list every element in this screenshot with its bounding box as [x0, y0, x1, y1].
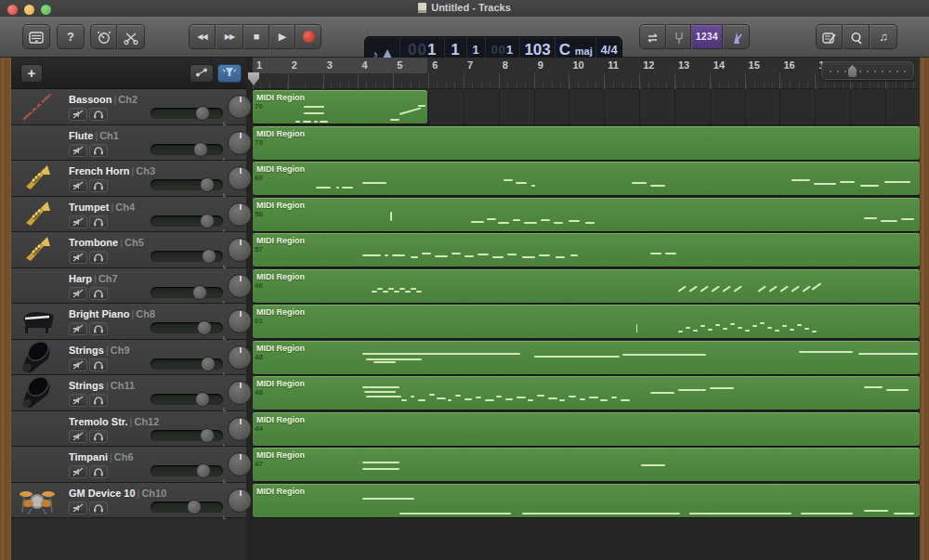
- volume-slider[interactable]: [150, 394, 223, 405]
- mute-button[interactable]: [69, 144, 87, 157]
- count-in-button[interactable]: 1234: [692, 24, 723, 49]
- pan-knob[interactable]: LR: [228, 95, 252, 119]
- solo-button[interactable]: [89, 358, 108, 371]
- solo-button[interactable]: [89, 287, 108, 300]
- track-header-row[interactable]: Strings|Ch9LR: [11, 340, 246, 376]
- track-lane[interactable]: MIDI Region57: [253, 232, 920, 268]
- quick-help-button[interactable]: ?: [57, 24, 85, 49]
- cycle-button[interactable]: [639, 24, 666, 49]
- solo-button[interactable]: [89, 394, 108, 407]
- volume-knob[interactable]: [192, 285, 207, 300]
- midi-region[interactable]: MIDI Region70: [253, 90, 427, 124]
- track-lane[interactable]: MIDI Region56: [253, 197, 920, 233]
- forward-button[interactable]: ▶▶: [216, 24, 243, 49]
- mute-button[interactable]: [69, 108, 87, 121]
- timeline-zoom-slider[interactable]: [821, 61, 914, 80]
- mute-button[interactable]: [69, 358, 87, 371]
- mute-button[interactable]: [69, 322, 87, 335]
- midi-region[interactable]: MIDI Region48: [253, 376, 920, 410]
- volume-knob[interactable]: [196, 463, 211, 478]
- mute-button[interactable]: [69, 287, 87, 300]
- mute-button[interactable]: [69, 215, 87, 228]
- midi-region[interactable]: MIDI Region60: [253, 162, 920, 195]
- volume-slider[interactable]: [150, 251, 223, 262]
- midi-region[interactable]: MIDI Region73: [253, 126, 920, 160]
- play-button[interactable]: ▶: [270, 24, 295, 49]
- mute-button[interactable]: [69, 465, 87, 478]
- mute-button[interactable]: [69, 501, 87, 514]
- pan-knob[interactable]: LR: [228, 238, 252, 262]
- midi-region[interactable]: MIDI Region46: [253, 269, 920, 303]
- volume-knob[interactable]: [195, 106, 210, 121]
- volume-knob[interactable]: [200, 428, 215, 443]
- rewind-button[interactable]: ◀◀: [189, 24, 216, 49]
- track-header-row[interactable]: Bright Piano|Ch8LR: [11, 304, 246, 340]
- volume-slider[interactable]: [150, 358, 223, 370]
- midi-region[interactable]: MIDI Region48: [253, 341, 920, 374]
- midi-region[interactable]: MIDI Region01: [253, 305, 920, 338]
- volume-slider[interactable]: [150, 144, 223, 155]
- volume-knob[interactable]: [200, 214, 215, 228]
- media-browser-button[interactable]: ♫: [870, 24, 897, 49]
- volume-knob[interactable]: [200, 177, 215, 192]
- library-button[interactable]: [22, 24, 50, 49]
- solo-button[interactable]: [89, 430, 108, 443]
- volume-slider[interactable]: [150, 287, 223, 298]
- volume-knob[interactable]: [187, 500, 202, 514]
- pan-knob[interactable]: LR: [228, 417, 252, 441]
- pan-knob[interactable]: LR: [228, 452, 252, 476]
- record-button[interactable]: [296, 24, 321, 49]
- track-header-row[interactable]: Strings|Ch11LR: [11, 375, 246, 411]
- pan-knob[interactable]: LR: [228, 274, 252, 298]
- midi-region[interactable]: MIDI Region56: [253, 198, 920, 231]
- track-header-row[interactable]: Flute|Ch1LR: [11, 125, 246, 162]
- pan-knob[interactable]: LR: [228, 131, 252, 155]
- track-lane[interactable]: MIDI Region01: [253, 304, 920, 340]
- track-lane[interactable]: MIDI Region70: [253, 89, 920, 125]
- zoom-slider-thumb[interactable]: [848, 65, 857, 77]
- solo-button[interactable]: [89, 251, 108, 264]
- pan-knob[interactable]: LR: [228, 202, 252, 227]
- pan-knob[interactable]: LR: [228, 345, 252, 370]
- tuner-button[interactable]: [667, 24, 691, 49]
- mute-button[interactable]: [69, 179, 87, 192]
- track-lane[interactable]: MIDI Region47: [253, 447, 920, 483]
- track-lane[interactable]: MIDI Region: [253, 483, 920, 519]
- solo-button[interactable]: [89, 322, 108, 335]
- editors-button[interactable]: [118, 24, 145, 49]
- metronome-button[interactable]: [724, 24, 750, 49]
- track-lane[interactable]: MIDI Region60: [253, 161, 920, 197]
- midi-region[interactable]: MIDI Region44: [253, 412, 920, 446]
- track-header-row[interactable]: Timpani|Ch6LR: [11, 447, 246, 483]
- pan-knob[interactable]: LR: [228, 166, 252, 190]
- volume-slider[interactable]: [150, 465, 223, 476]
- solo-button[interactable]: [89, 108, 108, 121]
- volume-knob[interactable]: [193, 142, 208, 157]
- mute-button[interactable]: [69, 430, 87, 443]
- track-lane[interactable]: MIDI Region46: [253, 268, 920, 305]
- volume-knob[interactable]: [197, 320, 212, 335]
- loop-browser-button[interactable]: [844, 24, 870, 49]
- track-lane[interactable]: MIDI Region48: [253, 340, 920, 376]
- pan-knob[interactable]: LR: [228, 381, 252, 405]
- midi-region[interactable]: MIDI Region47: [253, 448, 920, 481]
- track-header-row[interactable]: Tremolo Str.|Ch12LR: [11, 411, 246, 448]
- solo-button[interactable]: [89, 465, 108, 478]
- add-track-button[interactable]: +: [20, 64, 43, 83]
- pan-knob[interactable]: LR: [228, 488, 252, 513]
- volume-slider[interactable]: [150, 215, 223, 227]
- track-lane[interactable]: MIDI Region48: [253, 375, 920, 411]
- volume-slider[interactable]: [150, 179, 223, 190]
- track-lane[interactable]: MIDI Region44: [253, 411, 920, 448]
- track-header-row[interactable]: GM Device 10|Ch10LR: [11, 483, 246, 519]
- track-header-row[interactable]: Trumpet|Ch4LR: [11, 197, 246, 233]
- volume-slider[interactable]: [150, 430, 223, 441]
- catch-playhead-button[interactable]: [217, 64, 242, 83]
- volume-slider[interactable]: [150, 108, 223, 119]
- volume-knob[interactable]: [202, 249, 216, 264]
- solo-button[interactable]: [89, 215, 108, 228]
- track-header-row[interactable]: French Horn|Ch3LR: [11, 161, 246, 197]
- volume-knob[interactable]: [195, 392, 210, 407]
- solo-button[interactable]: [89, 501, 108, 514]
- volume-slider[interactable]: [150, 501, 223, 513]
